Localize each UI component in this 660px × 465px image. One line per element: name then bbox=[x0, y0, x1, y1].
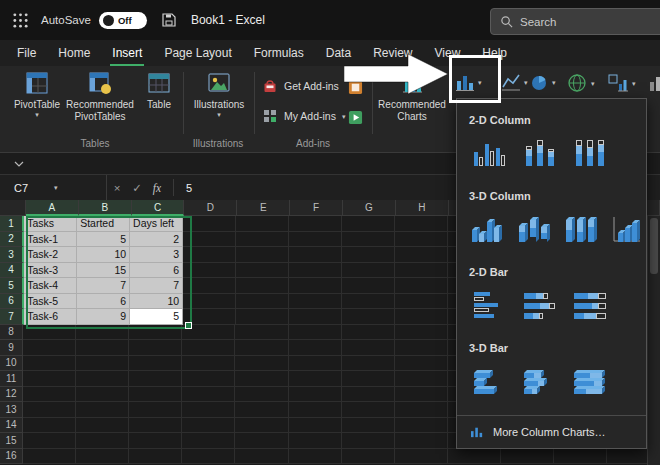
cell-B7[interactable]: 9 bbox=[77, 309, 130, 325]
row-header-3[interactable]: 3 bbox=[0, 247, 24, 263]
cell-F15[interactable] bbox=[289, 433, 342, 449]
cell-F12[interactable] bbox=[289, 387, 342, 403]
cell-E4[interactable] bbox=[236, 263, 289, 279]
row-header-7[interactable]: 7 bbox=[0, 309, 24, 325]
illustrations-button[interactable]: Illustrations ▾ bbox=[188, 70, 250, 118]
cell-C7[interactable]: 5 bbox=[130, 309, 183, 325]
cell-F6[interactable] bbox=[289, 294, 342, 310]
cell-E2[interactable] bbox=[236, 232, 289, 248]
cell-A8[interactable] bbox=[23, 325, 76, 341]
cell-C11[interactable] bbox=[129, 371, 182, 387]
row-header-4[interactable]: 4 bbox=[0, 263, 24, 279]
cell-A2[interactable]: Task-1 bbox=[24, 232, 77, 248]
cell-C9[interactable] bbox=[129, 340, 182, 356]
cell-H15[interactable] bbox=[395, 433, 448, 449]
cell-B13[interactable] bbox=[76, 402, 129, 418]
cell-G8[interactable] bbox=[342, 325, 395, 341]
row-header-14[interactable]: 14 bbox=[0, 418, 23, 434]
cell-E11[interactable] bbox=[235, 371, 288, 387]
partial-edge-button[interactable] bbox=[648, 72, 660, 94]
column-header-G[interactable]: G bbox=[343, 200, 396, 216]
row-header-8[interactable]: 8 bbox=[0, 325, 23, 341]
cell-G1[interactable] bbox=[342, 216, 395, 232]
100-stacked-bar-icon[interactable] bbox=[569, 284, 611, 326]
100-stacked-column-icon[interactable] bbox=[569, 132, 611, 174]
row-header-16[interactable]: 16 bbox=[0, 449, 23, 465]
3d-100-stacked-bar-icon[interactable] bbox=[569, 360, 611, 402]
cell-H13[interactable] bbox=[395, 402, 448, 418]
cell-B5[interactable]: 7 bbox=[77, 278, 130, 294]
cell-B9[interactable] bbox=[76, 340, 129, 356]
cell-A13[interactable] bbox=[23, 402, 76, 418]
cell-B6[interactable]: 6 bbox=[77, 294, 130, 310]
cell-E5[interactable] bbox=[236, 278, 289, 294]
tab-home[interactable]: Home bbox=[47, 40, 101, 66]
cell-G10[interactable] bbox=[342, 356, 395, 372]
row-header-6[interactable]: 6 bbox=[0, 294, 24, 310]
cell-A14[interactable] bbox=[23, 418, 76, 434]
row-header-5[interactable]: 5 bbox=[0, 278, 24, 294]
cell-H1[interactable] bbox=[395, 216, 448, 232]
cell-F5[interactable] bbox=[289, 278, 342, 294]
row-header-15[interactable]: 15 bbox=[0, 433, 23, 449]
cell-H4[interactable] bbox=[395, 263, 448, 279]
stacked-bar-icon[interactable] bbox=[519, 284, 561, 326]
cell-F2[interactable] bbox=[289, 232, 342, 248]
3d-stacked-bar-icon[interactable] bbox=[519, 360, 561, 402]
cell-E9[interactable] bbox=[235, 340, 288, 356]
cell-C16[interactable] bbox=[129, 449, 182, 465]
cell-G13[interactable] bbox=[342, 402, 395, 418]
3d-stacked-column-icon[interactable] bbox=[515, 208, 553, 250]
cell-E15[interactable] bbox=[235, 433, 288, 449]
stacked-column-icon[interactable] bbox=[519, 132, 561, 174]
column-header-E[interactable]: E bbox=[237, 200, 290, 216]
cell-C4[interactable]: 6 bbox=[130, 263, 183, 279]
column-header-D[interactable]: D bbox=[184, 200, 237, 216]
row-header-10[interactable]: 10 bbox=[0, 356, 23, 372]
cell-916[interactable] bbox=[501, 449, 554, 465]
cell-A16[interactable] bbox=[23, 449, 76, 465]
cell-D14[interactable] bbox=[182, 418, 235, 434]
cell-B1[interactable]: Started bbox=[77, 216, 130, 232]
search-box[interactable]: Search bbox=[490, 8, 660, 35]
cell-G9[interactable] bbox=[342, 340, 395, 356]
3d-100-stacked-column-icon[interactable] bbox=[562, 208, 600, 250]
cell-E7[interactable] bbox=[236, 309, 289, 325]
maps-button[interactable]: ▾ bbox=[566, 72, 595, 94]
tab-formulas[interactable]: Formulas bbox=[243, 40, 315, 66]
cell-E1[interactable] bbox=[236, 216, 289, 232]
cell-E14[interactable] bbox=[235, 418, 288, 434]
cancel-icon[interactable]: × bbox=[107, 182, 127, 194]
cell-B16[interactable] bbox=[76, 449, 129, 465]
cell-A7[interactable]: Task-6 bbox=[24, 309, 77, 325]
cell-F16[interactable] bbox=[289, 449, 342, 465]
cell-H3[interactable] bbox=[395, 247, 448, 263]
cell-H7[interactable] bbox=[395, 309, 448, 325]
column-header-F[interactable]: F bbox=[290, 200, 343, 216]
select-all-corner[interactable] bbox=[0, 200, 26, 216]
cell-C2[interactable]: 2 bbox=[130, 232, 183, 248]
insert-pie-chart-button[interactable]: ▾ bbox=[529, 72, 556, 92]
cell-A5[interactable]: Task-4 bbox=[24, 278, 77, 294]
column-header-A[interactable]: A bbox=[26, 200, 79, 216]
cell-F7[interactable] bbox=[289, 309, 342, 325]
pivotchart-button[interactable]: ▾ bbox=[607, 72, 636, 94]
cell-G16[interactable] bbox=[342, 449, 395, 465]
cell-816[interactable] bbox=[448, 449, 501, 465]
cell-H10[interactable] bbox=[395, 356, 448, 372]
cell-G6[interactable] bbox=[342, 294, 395, 310]
clustered-bar-icon[interactable] bbox=[469, 284, 511, 326]
cell-E16[interactable] bbox=[235, 449, 288, 465]
cell-F4[interactable] bbox=[289, 263, 342, 279]
cell-H6[interactable] bbox=[395, 294, 448, 310]
row-header-13[interactable]: 13 bbox=[0, 402, 23, 418]
3d-column-icon[interactable] bbox=[608, 208, 646, 250]
cell-H9[interactable] bbox=[395, 340, 448, 356]
cell-E10[interactable] bbox=[235, 356, 288, 372]
cell-B14[interactable] bbox=[76, 418, 129, 434]
cell-F10[interactable] bbox=[289, 356, 342, 372]
autosave-toggle[interactable]: Off bbox=[99, 12, 147, 29]
cell-A9[interactable] bbox=[23, 340, 76, 356]
cell-E8[interactable] bbox=[235, 325, 288, 341]
column-header-B[interactable]: B bbox=[79, 200, 132, 216]
